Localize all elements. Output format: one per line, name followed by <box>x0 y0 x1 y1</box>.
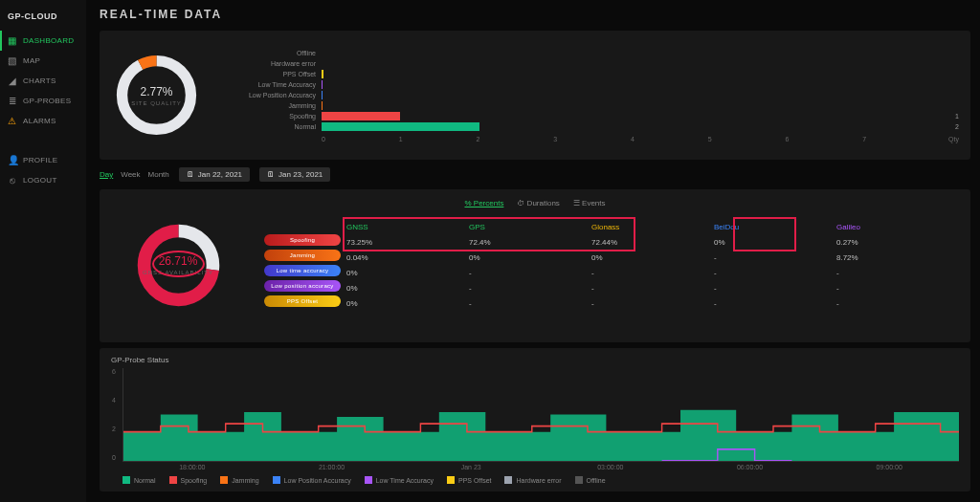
table-cell: - <box>469 284 591 293</box>
table-cell: 0% <box>591 253 714 262</box>
legend-item-hardware-error: Hardware error <box>504 476 561 484</box>
period-tab-month[interactable]: Month <box>148 170 169 179</box>
site-quality-value: 2.77% <box>140 85 172 98</box>
table-cell: 0% <box>469 253 591 262</box>
bar-row-low-position-accuracy: Low Position Accuracy <box>231 90 959 100</box>
date-to-picker[interactable]: 🗓Jan 23, 2021 <box>259 167 330 182</box>
view-tab-durations[interactable]: ⏱ Durations <box>517 199 559 207</box>
probe-status-panel: GP-Probe Status 6420 18:00:0021:00:00Jan… <box>100 348 970 491</box>
table-cell: - <box>714 284 836 293</box>
sidebar-item-profile[interactable]: 👤PROFILE <box>0 150 86 170</box>
probe-status-chart: 6420 <box>122 368 959 462</box>
table-cell: 0% <box>714 238 836 247</box>
table-cell: 0% <box>346 299 469 308</box>
bar-label: Normal <box>231 123 322 130</box>
legend-item-spoofing: Spoofing <box>169 476 208 484</box>
calendar-icon: 🗓 <box>267 170 275 179</box>
col-header-galileo: Galileo <box>836 223 959 231</box>
legend-swatch <box>575 476 583 484</box>
table-cell: - <box>836 299 959 308</box>
sidebar-item-charts[interactable]: ◢CHARTS <box>0 71 86 91</box>
table-cell: 73.25% <box>346 238 469 247</box>
legend-swatch <box>169 476 177 484</box>
sidebar-item-label: DASHBOARD <box>23 36 74 45</box>
main: REAL-TIME DATA 2.77% SITE QUALITY Offlin… <box>86 0 980 502</box>
profile-icon: 👤 <box>8 155 17 165</box>
page-title: REAL-TIME DATA <box>100 6 970 25</box>
realtime-bar-chart: OfflineHardware errorPPS OffsetLow Time … <box>231 48 959 142</box>
table-cell: 8.72% <box>836 253 959 262</box>
legend-swatch <box>447 476 455 484</box>
legend-swatch <box>273 476 280 484</box>
period-tab-week[interactable]: Week <box>121 170 140 179</box>
bar-row-jamming: Jamming <box>231 100 959 111</box>
site-quality-sub: SITE QUALITY <box>131 100 182 106</box>
site-quality-donut: 2.77% SITE QUALITY <box>111 50 202 141</box>
legend-swatch <box>122 476 130 484</box>
legend-item-offline: Offline <box>575 476 606 484</box>
sidebar-item-gp-probes[interactable]: ≣GP-PROBES <box>0 91 86 111</box>
sidebar-item-label: PROFILE <box>23 156 57 164</box>
period-tab-day[interactable]: Day <box>100 170 113 179</box>
table-cell: - <box>591 269 714 277</box>
col-header-beidou: BeiDou <box>714 223 836 231</box>
sidebar-item-label: GP-PROBES <box>23 97 71 105</box>
col-header-gps: GPS <box>469 223 591 231</box>
bar-label: PPS Offset <box>231 71 322 77</box>
table-cell: - <box>469 299 591 308</box>
table-cell: 0.04% <box>346 253 469 262</box>
bar-label: Low Position Accuracy <box>231 92 322 98</box>
dashboard-icon: ▦ <box>8 35 17 46</box>
table-cell: 0% <box>346 269 469 277</box>
calendar-icon: 🗓 <box>187 170 194 179</box>
table-cell: - <box>836 284 959 293</box>
sidebar-item-label: MAP <box>23 56 40 65</box>
metric-pill-low-time-accuracy: Low time accuracy <box>264 265 341 276</box>
logout-icon: ⎋ <box>8 175 17 186</box>
sidebar-item-label: LOGOUT <box>23 176 57 185</box>
table-cell: - <box>714 299 836 308</box>
alarms-icon: ⚠ <box>8 116 17 126</box>
col-header-gnss: GNSS <box>346 223 469 231</box>
gp-probes-icon: ≣ <box>8 96 17 106</box>
sidebar-item-label: ALARMS <box>23 117 56 125</box>
table-cell: - <box>714 269 836 277</box>
bar-label: Offline <box>231 50 322 56</box>
bar-row-spoofing: Spoofing1 <box>231 111 959 121</box>
metric-pill-low-position-accuracy: Low position accuracy <box>264 280 341 292</box>
bar-label: Spoofing <box>231 113 322 120</box>
legend-swatch <box>365 476 372 484</box>
table-cell: - <box>591 284 714 293</box>
bar-value: 2 <box>955 123 959 130</box>
metric-pill-spoofing: Spoofing <box>264 234 341 246</box>
bar-row-pps-offset: PPS Offset <box>231 69 959 79</box>
legend-item-pps-offset: PPS Offset <box>447 476 492 484</box>
view-tab-events[interactable]: ☰ Events <box>573 199 606 207</box>
bar-row-offline: Offline <box>231 48 959 58</box>
bar-label: Low Time Accuracy <box>231 81 322 88</box>
bar-label: Hardware error <box>231 60 322 67</box>
availability-panel: % Percents⏱ Durations☰ Events 26.71% GNS… <box>100 189 970 342</box>
col-header-glonass: Glonass <box>591 223 714 231</box>
sidebar-item-alarms[interactable]: ⚠ALARMS <box>0 111 86 131</box>
sidebar-item-dashboard[interactable]: ▦DASHBOARD <box>0 31 86 51</box>
legend-swatch <box>220 476 228 484</box>
view-tab-percents[interactable]: % Percents <box>464 199 503 207</box>
charts-icon: ◢ <box>8 76 17 86</box>
legend-item-jamming: Jamming <box>220 476 258 484</box>
legend-item-low-time-accuracy: Low Time Accuracy <box>365 476 434 484</box>
probe-status-title: GP-Probe Status <box>111 356 959 364</box>
highlight-ellipse <box>152 251 205 277</box>
bar-row-hardware-error: Hardware error <box>231 58 959 69</box>
table-cell: - <box>836 269 959 277</box>
sidebar-item-logout[interactable]: ⎋LOGOUT <box>0 170 86 190</box>
sidebar-item-label: CHARTS <box>23 76 56 85</box>
sidebar-item-map[interactable]: ▧MAP <box>0 51 86 71</box>
bar-label: Jamming <box>231 102 322 109</box>
legend-item-low-position-accuracy: Low Position Accuracy <box>273 476 351 484</box>
table-cell: 0% <box>346 284 469 293</box>
metric-pill-pps-offset: PPS Offset <box>264 295 341 307</box>
period-controls: DayWeekMonth 🗓Jan 22, 2021 🗓Jan 23, 2021 <box>100 165 970 184</box>
date-from-picker[interactable]: 🗓Jan 22, 2021 <box>179 167 250 182</box>
realtime-panel: 2.77% SITE QUALITY OfflineHardware error… <box>100 31 970 160</box>
